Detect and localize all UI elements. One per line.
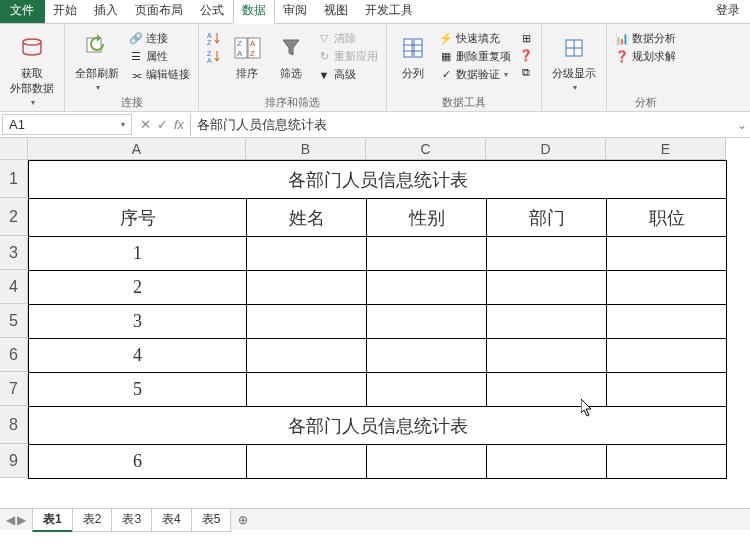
sort-button[interactable]: ZAAZ 排序 [227,30,267,83]
sort-asc-button[interactable]: AZ [205,30,223,46]
tab-review[interactable]: 审阅 [275,0,316,23]
name-box[interactable]: A1▾ [2,114,132,135]
cell[interactable] [367,339,487,373]
cell[interactable] [607,339,727,373]
sort-desc-button[interactable]: ZA [205,48,223,64]
fx-icon[interactable]: fx [174,117,184,132]
connections-button[interactable]: 🔗连接 [127,30,192,47]
text-to-columns-button[interactable]: 分列 [393,30,433,83]
cell[interactable]: 姓名 [247,199,367,237]
row-header-6[interactable]: 6 [0,338,28,372]
select-all-corner[interactable] [0,138,28,160]
cell[interactable] [607,305,727,339]
tab-data[interactable]: 数据 [233,0,275,24]
advanced-button[interactable]: ▼高级 [315,66,380,83]
properties-icon: ☰ [129,50,143,64]
cell[interactable] [247,237,367,271]
tab-insert[interactable]: 插入 [86,0,127,23]
cell[interactable] [487,339,607,373]
row-header-9[interactable]: 9 [0,444,28,478]
filter-button[interactable]: 筛选 [271,30,311,83]
cell[interactable] [247,271,367,305]
row-header-4[interactable]: 4 [0,270,28,304]
next-sheet-icon[interactable]: ▶ [17,513,26,527]
cell[interactable] [367,373,487,407]
cell[interactable] [607,445,727,479]
cell[interactable] [247,373,367,407]
cell[interactable]: 职位 [607,199,727,237]
cell[interactable] [487,445,607,479]
get-external-data-button[interactable]: 获取 外部数据▾ [6,30,58,109]
col-header-B[interactable]: B [246,138,366,160]
col-header-E[interactable]: E [606,138,726,160]
prev-sheet-icon[interactable]: ◀ [6,513,15,527]
cell[interactable]: 6 [29,445,247,479]
sheet-tab-1[interactable]: 表1 [32,508,73,532]
sheet-tab-4[interactable]: 表4 [151,508,192,532]
cancel-formula-icon[interactable]: ✕ [140,117,151,132]
data-validation-button[interactable]: ✓数据验证▾ [437,66,513,83]
cell[interactable] [487,373,607,407]
cell[interactable]: 4 [29,339,247,373]
cell[interactable]: 序号 [29,199,247,237]
tab-start[interactable]: 开始 [45,0,86,23]
row-header-3[interactable]: 3 [0,236,28,270]
cell[interactable] [247,445,367,479]
cell[interactable] [247,339,367,373]
cell[interactable] [367,271,487,305]
cell[interactable] [487,271,607,305]
whatif-button[interactable]: ❓ [517,47,535,63]
flash-fill-button[interactable]: ⚡快速填充 [437,30,513,47]
cell[interactable]: 部门 [487,199,607,237]
sheet-tab-2[interactable]: 表2 [72,508,113,532]
cell[interactable]: 1 [29,237,247,271]
tab-view[interactable]: 视图 [316,0,357,23]
consolidate-button[interactable]: ⊞ [517,30,535,46]
tab-formula[interactable]: 公式 [192,0,233,23]
confirm-formula-icon[interactable]: ✓ [157,117,168,132]
outline-button[interactable]: 分级显示▾ [548,30,600,94]
cell[interactable] [367,305,487,339]
solver-button[interactable]: ❓规划求解 [613,48,678,65]
formula-input[interactable]: 各部门人员信息统计表 [190,114,734,136]
cell[interactable] [487,237,607,271]
tab-file[interactable]: 文件 [0,0,45,23]
tab-layout[interactable]: 页面布局 [127,0,192,23]
data-analysis-button[interactable]: 📊数据分析 [613,30,678,47]
properties-button[interactable]: ☰属性 [127,48,192,65]
reapply-button[interactable]: ↻重新应用 [315,48,380,65]
cell[interactable] [607,237,727,271]
remove-duplicates-button[interactable]: ▦删除重复项 [437,48,513,65]
add-sheet-button[interactable]: ⊕ [230,511,256,529]
cell[interactable]: 性别 [367,199,487,237]
cell[interactable]: 5 [29,373,247,407]
cell[interactable] [607,271,727,305]
cell[interactable]: 2 [29,271,247,305]
row-header-1[interactable]: 1 [0,160,28,198]
row-header-5[interactable]: 5 [0,304,28,338]
col-header-C[interactable]: C [366,138,486,160]
refresh-all-button[interactable]: 全部刷新▾ [71,30,123,94]
expand-formula-icon[interactable]: ⌄ [734,118,750,132]
cell[interactable]: 各部门人员信息统计表 [29,161,727,199]
clear-button[interactable]: ▽清除 [315,30,380,47]
row-header-8[interactable]: 8 [0,406,28,444]
sheet-tab-3[interactable]: 表3 [111,508,152,532]
relationships-button[interactable]: ⧉ [517,64,535,80]
row-header-2[interactable]: 2 [0,198,28,236]
col-header-D[interactable]: D [486,138,606,160]
cell[interactable] [367,237,487,271]
cell[interactable]: 各部门人员信息统计表 [29,407,727,445]
col-header-A[interactable]: A [28,138,246,160]
login-link[interactable]: 登录 [706,0,750,23]
cell[interactable]: 3 [29,305,247,339]
edit-links-icon: ⫘ [129,68,143,82]
tab-dev[interactable]: 开发工具 [357,0,422,23]
cell[interactable] [607,373,727,407]
row-header-7[interactable]: 7 [0,372,28,406]
cell[interactable] [247,305,367,339]
cell[interactable] [487,305,607,339]
sheet-tab-5[interactable]: 表5 [191,508,232,532]
cell[interactable] [367,445,487,479]
edit-links-button[interactable]: ⫘编辑链接 [127,66,192,83]
